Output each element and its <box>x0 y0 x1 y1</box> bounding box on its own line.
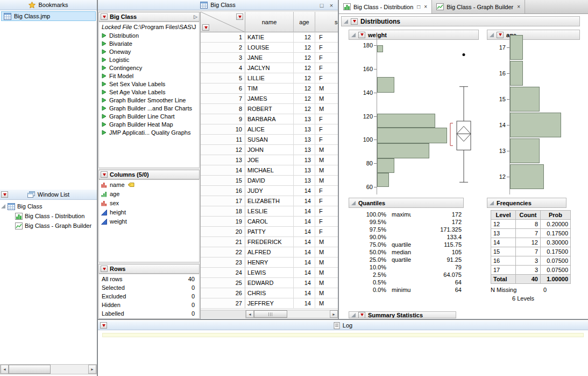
cell[interactable]: M <box>315 176 338 186</box>
cell[interactable]: CHRIS <box>245 288 294 298</box>
row-number-cell[interactable]: 6 <box>201 83 245 94</box>
cell[interactable]: M <box>315 288 338 298</box>
row-number-cell[interactable]: 16 <box>201 186 245 196</box>
cell[interactable]: JEFFREY <box>245 298 294 309</box>
window-list-item[interactable]: Big Class - Graph Builder <box>0 221 97 231</box>
cell[interactable]: ROBERT <box>245 104 294 114</box>
cell[interactable]: 12 <box>294 104 315 114</box>
columns-menu-button[interactable] <box>101 171 108 178</box>
row-number-cell[interactable]: 15 <box>201 176 245 186</box>
table-row[interactable]: 14MICHAEL13M <box>201 165 338 176</box>
row-number-cell[interactable]: 14 <box>201 165 245 176</box>
cell[interactable]: F <box>315 53 338 63</box>
cell[interactable]: F <box>315 206 338 217</box>
cell[interactable]: JOHN <box>245 145 294 155</box>
scrollbar-thumb[interactable] <box>254 310 287 318</box>
cell[interactable]: M <box>315 247 338 257</box>
cell[interactable]: F <box>315 186 338 196</box>
table-row[interactable]: 5LILLIE12F <box>201 73 338 83</box>
table-row[interactable]: 20PATTY14F <box>201 227 338 237</box>
cell[interactable]: 13 <box>294 145 315 155</box>
column-item[interactable]: weight <box>99 217 199 226</box>
summary-statistics-outline-header[interactable]: Summary Statistics <box>349 311 456 318</box>
columns-panel-header[interactable]: Columns (5/0) <box>98 170 200 179</box>
cell[interactable]: KATIE <box>245 32 294 43</box>
cell[interactable]: 14 <box>294 298 315 309</box>
scroll-right-button[interactable]: ► <box>88 365 96 374</box>
cell[interactable]: FREDERICK <box>245 237 294 247</box>
rows-stat[interactable]: Hidden0 <box>99 301 199 309</box>
grid-corner-cell[interactable] <box>201 12 245 32</box>
table-script[interactable]: JMP Applicati... Quality Graphs <box>99 128 199 136</box>
table-script[interactable]: Graph Builder Smoother Line <box>99 96 199 104</box>
histogram-bar[interactable] <box>510 61 523 86</box>
table-script[interactable]: Contingency <box>99 64 199 72</box>
cell[interactable]: 14 <box>294 268 315 278</box>
cell[interactable]: M <box>315 257 338 268</box>
column-item[interactable]: height <box>99 208 199 217</box>
report-tab[interactable]: Big Class - Distribution□× <box>339 0 432 13</box>
table-row[interactable]: 8ROBERT12M <box>201 104 338 114</box>
cell[interactable]: M <box>315 83 338 94</box>
bookmark-item[interactable]: Big Class.jmp <box>1 11 96 21</box>
cell[interactable]: 12 <box>294 43 315 53</box>
histogram-bar[interactable] <box>377 173 389 187</box>
cell[interactable]: 14 <box>294 278 315 288</box>
column-header-name[interactable]: name <box>245 12 294 32</box>
disclosure-open-icon[interactable] <box>344 19 348 24</box>
log-menu-button[interactable] <box>100 322 107 329</box>
table-row[interactable]: 17ELIZABETH14F <box>201 196 338 206</box>
cell[interactable]: M <box>315 298 338 309</box>
distributions-menu-button[interactable] <box>351 18 358 25</box>
row-number-cell[interactable]: 26 <box>201 288 245 298</box>
table-script[interactable]: Graph Builder ...and Bar Charts <box>99 104 199 112</box>
cell[interactable]: F <box>315 32 338 43</box>
histogram-bar[interactable] <box>377 77 394 92</box>
table-row[interactable]: 16JUDY14F <box>201 186 338 196</box>
table-row[interactable]: 4JACLYN12F <box>201 63 338 73</box>
cell[interactable]: 14 <box>294 288 315 298</box>
window-list-root-item[interactable]: Big Class <box>0 201 97 211</box>
row-number-cell[interactable]: 27 <box>201 298 245 309</box>
table-row[interactable]: 11SUSAN13F <box>201 135 338 145</box>
cell[interactable]: 12 <box>294 73 315 83</box>
cell[interactable]: F <box>315 227 338 237</box>
frequencies-outline-header[interactable]: Frequencies <box>487 198 566 208</box>
cell[interactable]: DAVID <box>245 176 294 186</box>
rows-stat[interactable]: Excluded0 <box>99 292 199 300</box>
row-number-cell[interactable]: 3 <box>201 53 245 63</box>
histogram-bar[interactable] <box>377 45 383 52</box>
cell[interactable]: JACLYN <box>245 63 294 73</box>
cell[interactable]: 14 <box>294 247 315 257</box>
sidebar-horizontal-scrollbar[interactable]: ◄ ► <box>0 364 97 374</box>
log-content[interactable] <box>98 330 588 376</box>
cell[interactable]: JUDY <box>245 186 294 196</box>
table-script[interactable]: Fit Model <box>99 72 199 80</box>
rows-stat[interactable]: Selected0 <box>99 283 199 291</box>
row-number-cell[interactable]: 1 <box>201 32 245 43</box>
rows-panel-header[interactable]: Rows <box>98 264 200 274</box>
table-script[interactable]: Logistic <box>99 55 199 64</box>
cell[interactable]: 12 <box>294 94 315 104</box>
table-row[interactable]: 3JANE12F <box>201 53 338 63</box>
cell[interactable]: F <box>315 196 338 206</box>
disclosure-open-icon[interactable] <box>1 204 5 208</box>
window-list-item[interactable]: Big Class - Distribution <box>0 211 97 221</box>
row-number-cell[interactable]: 22 <box>201 247 245 257</box>
weight-boxplot[interactable] <box>448 34 480 194</box>
row-number-cell[interactable]: 24 <box>201 268 245 278</box>
scroll-right-button[interactable]: ► <box>330 310 338 318</box>
cell[interactable]: M <box>315 268 338 278</box>
tab-close-button[interactable]: × <box>517 4 520 10</box>
cell[interactable]: LOUISE <box>245 43 294 53</box>
cell[interactable]: 13 <box>294 114 315 124</box>
cell[interactable]: LILLIE <box>245 73 294 83</box>
cell[interactable]: SUSAN <box>245 135 294 145</box>
cell[interactable]: 14 <box>294 196 315 206</box>
cell[interactable]: F <box>315 124 338 135</box>
column-header-sex[interactable]: sex <box>315 12 338 32</box>
cell[interactable]: M <box>315 104 338 114</box>
cell[interactable]: LESLIE <box>245 206 294 217</box>
tab-restore-button[interactable]: □ <box>417 4 420 10</box>
cell[interactable]: F <box>315 63 338 73</box>
